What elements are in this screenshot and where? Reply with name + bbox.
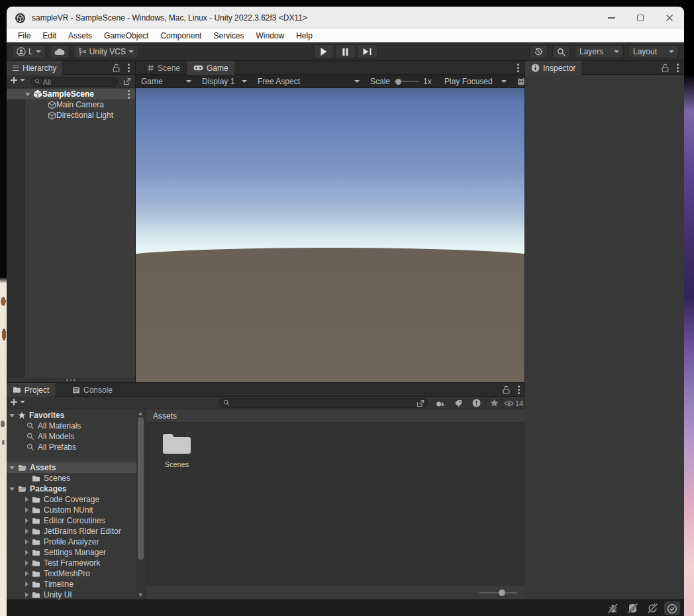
project-search-field[interactable] [219, 398, 428, 408]
menu-help[interactable]: Help [290, 29, 319, 42]
foldout-closed-icon[interactable] [25, 571, 28, 576]
tab-scene[interactable]: Scene [141, 61, 186, 75]
game-panel-menu-icon[interactable] [517, 67, 519, 69]
layers-dropdown[interactable]: Layers [575, 45, 624, 58]
undo-history-button[interactable] [529, 45, 548, 58]
layout-dropdown[interactable]: Layout [628, 45, 679, 58]
project-search-input[interactable] [233, 399, 414, 407]
unlock-icon[interactable] [503, 385, 510, 394]
project-tree-scrollbar[interactable] [136, 409, 145, 599]
popout-search-icon[interactable] [417, 399, 424, 407]
foldout-open-icon[interactable] [9, 488, 15, 491]
tree-row-all-prefabs[interactable]: All Prefabs [7, 442, 136, 452]
close-button[interactable] [655, 7, 684, 29]
saved-searches-button[interactable] [485, 397, 502, 409]
global-search-button[interactable] [552, 45, 570, 58]
menu-services[interactable]: Services [207, 29, 250, 42]
aspect-ratio-dropdown[interactable]: Free Aspect [254, 75, 364, 88]
tab-inspector[interactable]: Inspector [525, 61, 581, 75]
search-by-import-log-button[interactable] [468, 397, 484, 409]
tree-row-package[interactable]: Timeline [7, 579, 136, 590]
asset-folder-scenes[interactable]: Scenes [156, 431, 198, 468]
popout-search-icon[interactable] [123, 77, 131, 85]
background-tasks-button[interactable] [664, 601, 680, 615]
display-dropdown[interactable]: Display 1 [198, 75, 251, 88]
scale-slider[interactable] [394, 81, 419, 82]
foldout-closed-icon[interactable] [25, 539, 28, 544]
foldout-closed-icon[interactable] [25, 592, 28, 597]
create-asset-button[interactable] [11, 399, 25, 405]
tree-row-assets[interactable]: Assets [7, 462, 136, 473]
cache-server-disconnected-button[interactable] [624, 601, 640, 615]
step-button[interactable] [357, 44, 377, 59]
auto-refresh-disabled-button[interactable] [644, 601, 660, 615]
tree-row-scenes[interactable]: Scenes [7, 473, 136, 484]
tab-hierarchy[interactable]: Hierarchy [7, 61, 62, 75]
inspector-menu-icon[interactable] [677, 67, 679, 69]
tree-row-package[interactable]: Custom NUnit [7, 505, 136, 515]
tree-row-package[interactable]: Test Framework [7, 558, 136, 568]
tree-row-package[interactable]: Editor Coroutines [7, 515, 136, 526]
hierarchy-search-input[interactable] [43, 78, 114, 86]
tree-row-package[interactable]: Unity UI [7, 590, 136, 599]
tree-row-favorites[interactable]: Favorites [7, 410, 136, 421]
foldout-closed-icon[interactable] [25, 518, 28, 523]
tree-row-package[interactable]: Profile Analyzer [7, 537, 136, 547]
tab-project[interactable]: Project [7, 383, 55, 397]
tree-row-package[interactable]: TextMeshPro [7, 568, 136, 579]
add-gameobject-button[interactable] [11, 77, 25, 83]
scroll-up-icon[interactable] [138, 412, 142, 415]
foldout-closed-icon[interactable] [25, 560, 28, 566]
tree-row-all-materials[interactable]: All Materials [7, 421, 136, 431]
debugger-disabled-button[interactable] [605, 601, 620, 615]
foldout-closed-icon[interactable] [25, 497, 28, 502]
foldout-open-icon[interactable] [9, 414, 15, 417]
foldout-open-icon[interactable] [25, 93, 30, 96]
tab-game[interactable]: Game [187, 61, 234, 75]
search-by-label-button[interactable] [450, 397, 466, 409]
tree-row-package[interactable]: JetBrains Rider Editor [7, 526, 136, 537]
menu-gameobject[interactable]: GameObject [98, 29, 154, 42]
menu-assets[interactable]: Assets [62, 29, 98, 42]
menu-component[interactable]: Component [154, 29, 207, 42]
hierarchy-row-scene[interactable]: SampleScene [7, 89, 135, 99]
thumbnail-size-slider[interactable] [479, 592, 517, 593]
cloud-services-button[interactable] [50, 45, 70, 58]
scroll-down-icon[interactable] [138, 593, 142, 597]
panel-resize-grip[interactable] [7, 378, 135, 382]
unlock-icon[interactable] [662, 64, 669, 72]
pause-button[interactable] [335, 44, 356, 59]
hidden-packages-toggle[interactable]: 14 [502, 397, 524, 409]
menu-window[interactable]: Window [250, 29, 290, 42]
play-button[interactable] [313, 44, 334, 59]
foldout-open-icon[interactable] [9, 466, 15, 470]
tab-console[interactable]: Console [66, 383, 119, 397]
tree-row-packages[interactable]: Packages [7, 484, 136, 494]
scene-options-icon[interactable] [128, 93, 130, 95]
thumbnail-size-thumb[interactable] [499, 590, 505, 596]
game-viewport[interactable] [136, 88, 524, 382]
account-dropdown[interactable]: L [12, 45, 46, 58]
foldout-closed-icon[interactable] [25, 582, 28, 587]
search-by-type-button[interactable] [432, 397, 448, 409]
unity-vcs-dropdown[interactable]: Unity VCS [74, 45, 138, 58]
hierarchy-search-field[interactable] [30, 77, 118, 87]
play-focus-dropdown[interactable]: Play Focused [440, 75, 511, 88]
scrollbar-thumb[interactable] [138, 417, 144, 560]
menu-file[interactable]: File [12, 29, 36, 42]
scale-slider-thumb[interactable] [395, 79, 401, 85]
hierarchy-menu-icon[interactable] [128, 67, 130, 69]
unlock-icon[interactable] [113, 64, 120, 72]
tree-row-all-models[interactable]: All Models [7, 431, 136, 442]
maximize-button[interactable] [626, 7, 655, 29]
hierarchy-row-main-camera[interactable]: Main Camera [7, 99, 135, 110]
minimize-button[interactable] [597, 7, 626, 29]
foldout-closed-icon[interactable] [25, 529, 28, 534]
project-menu-icon[interactable] [518, 389, 520, 391]
display-target-dropdown[interactable]: Game [137, 75, 195, 88]
foldout-closed-icon[interactable] [25, 507, 28, 513]
foldout-closed-icon[interactable] [25, 550, 28, 555]
menu-edit[interactable]: Edit [36, 29, 62, 42]
tree-row-package[interactable]: Code Coverage [7, 494, 136, 505]
tree-row-package[interactable]: Settings Manager [7, 547, 136, 558]
